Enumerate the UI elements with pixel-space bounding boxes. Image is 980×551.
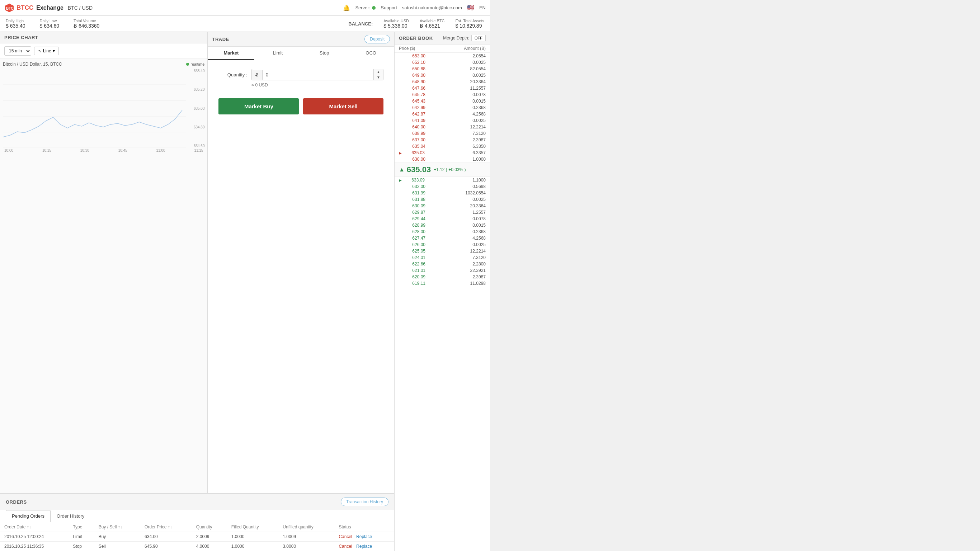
- buy-order-row: 622.66 2.2800: [395, 261, 490, 267]
- order-filled: 1.0000: [227, 541, 279, 551]
- buy-order-row: 621.01 22.3921: [395, 267, 490, 274]
- bell-icon[interactable]: 🔔: [343, 4, 350, 11]
- sell-amount: 82.0554: [425, 66, 486, 72]
- order-date: 2016.10.25 11:36:35: [0, 541, 68, 551]
- market-sell-button[interactable]: Market Sell: [303, 98, 383, 115]
- tab-stop[interactable]: Stop: [301, 47, 348, 60]
- market-buy-button[interactable]: Market Buy: [218, 98, 299, 115]
- order-side: Sell: [94, 541, 140, 551]
- current-price-row: ▲ 635.03 +1.12 ( +0.03% ): [395, 162, 490, 177]
- buy-arrow-icon: ▶: [399, 178, 402, 182]
- table-row: 2016.10.25 12:00:24 Limit Buy 634.00 2.0…: [0, 532, 394, 541]
- est-assets: Est. Total Assets $ 10,829.89: [455, 19, 484, 29]
- chart-pair-label[interactable]: Bitcoin / USD Dollar, 15, BTCC: [3, 62, 62, 67]
- trade-title: TRADE: [212, 37, 229, 42]
- chart-type-label: Line: [43, 48, 51, 53]
- lang-selector[interactable]: EN: [479, 5, 486, 10]
- realtime-badge: realtime: [186, 62, 204, 66]
- qty-up-arrow[interactable]: ▲: [374, 69, 383, 75]
- sell-price: 645.78: [404, 92, 425, 97]
- daily-low: Daily Low $ 634.60: [40, 19, 60, 29]
- support-button[interactable]: Support: [380, 5, 397, 10]
- buy-amount: 12.2214: [425, 248, 486, 253]
- sell-price: 649.00: [404, 73, 425, 78]
- sell-amount: 12.2214: [425, 124, 486, 129]
- available-usd-value: $ 5,336.00: [383, 23, 409, 29]
- buy-order-row: 620.09 2.3987: [395, 274, 490, 280]
- buy-amount: 2.2800: [425, 261, 486, 266]
- order-type: Stop: [68, 541, 94, 551]
- tab-market[interactable]: Market: [208, 47, 255, 60]
- sell-order-row: 641.09 0.0025: [395, 117, 490, 124]
- btcc-logo-icon: BTCC: [4, 3, 14, 13]
- merge-off-button[interactable]: OFF: [471, 35, 486, 41]
- ob-column-headers: Price ($) Amount (Ƀ): [395, 45, 490, 53]
- quantity-input[interactable]: [262, 70, 374, 80]
- sell-amount: 0.2368: [425, 105, 486, 110]
- tab-oco[interactable]: OCO: [348, 47, 394, 60]
- buy-amount: 2.3987: [425, 274, 486, 279]
- order-status: Cancel Replace: [334, 541, 394, 551]
- sell-price: 641.09: [404, 118, 425, 123]
- sell-amount: 1.0000: [425, 157, 486, 162]
- sell-price: 642.87: [404, 111, 425, 116]
- total-volume-label: Total Volume: [73, 19, 99, 23]
- realtime-label: realtime: [191, 62, 204, 66]
- buy-order-row: 629.87 1.2557: [395, 209, 490, 216]
- sell-order-row: 647.66 11.2557: [395, 85, 490, 91]
- sell-amount: 4.2568: [425, 111, 486, 116]
- exchange-label: Exchange: [36, 5, 64, 11]
- qty-down-arrow[interactable]: ▼: [374, 75, 383, 80]
- buy-order-row: 628.00 0.2368: [395, 229, 490, 235]
- sell-amount: 0.0025: [425, 60, 486, 65]
- order-unfilled: 1.0009: [278, 532, 334, 541]
- daily-high-label: Daily High: [6, 19, 25, 23]
- merge-depth-label: Merge Depth:: [443, 35, 469, 41]
- buy-order-row: 630.09 20.3364: [395, 203, 490, 209]
- orders-header-row: Order Date ↑↓ Type Buy / Sell ↑↓ Order P…: [0, 522, 394, 532]
- sell-order-row: 649.00 0.0025: [395, 72, 490, 78]
- price-chart-title: PRICE CHART: [4, 35, 38, 40]
- daily-low-value: $ 634.60: [40, 23, 60, 29]
- tab-limit[interactable]: Limit: [255, 47, 301, 60]
- order-quantity: 4.0000: [192, 541, 227, 551]
- server-label: Server:: [355, 5, 370, 10]
- chart-x-axis: 10:00 10:15 10:30 10:45 11:00 11:15: [3, 148, 204, 153]
- deposit-button[interactable]: Deposit: [364, 35, 390, 43]
- replace-button[interactable]: Replace: [356, 534, 372, 539]
- user-email[interactable]: satoshi.nakamoto@btcc.com: [402, 5, 462, 10]
- sell-amount: 7.3120: [425, 131, 486, 136]
- interval-selector[interactable]: 15 min: [4, 46, 31, 56]
- orders-table-head: Order Date ↑↓ Type Buy / Sell ↑↓ Order P…: [0, 522, 394, 532]
- sell-price: 642.99: [404, 105, 425, 110]
- sell-arrow-icon: ▶: [399, 151, 402, 155]
- price-chart-svg: [3, 69, 186, 148]
- buy-price: 619.11: [404, 281, 425, 286]
- sell-price: 638.99: [404, 131, 425, 136]
- tab-pending-orders[interactable]: Pending Orders: [6, 510, 51, 522]
- chart-area: Bitcoin / USD Dollar, 15, BTCC realtime: [0, 59, 207, 493]
- ob-amount-col: Amount (Ƀ): [464, 46, 486, 51]
- transaction-history-button[interactable]: Transaction History: [341, 498, 388, 506]
- buy-price: 633.09: [403, 178, 425, 183]
- sell-price: 635.03: [403, 150, 425, 155]
- trade-header: TRADE Deposit: [208, 32, 394, 47]
- trade-buttons: Market Buy Market Sell: [218, 98, 383, 115]
- trade-panel: TRADE Deposit Market Limit Stop OCO Quan…: [208, 32, 394, 493]
- trade-tabs: Market Limit Stop OCO: [208, 47, 394, 60]
- daily-low-label: Daily Low: [40, 19, 60, 23]
- tab-order-history[interactable]: Order History: [51, 510, 91, 522]
- cancel-button[interactable]: Cancel: [339, 534, 352, 539]
- up-arrow-icon: ▲: [399, 166, 405, 173]
- buy-amount: 20.3364: [425, 204, 486, 209]
- buy-amount: 7.3120: [425, 255, 486, 260]
- col-type: Type: [68, 522, 94, 532]
- sell-price: 650.88: [404, 66, 425, 72]
- chart-type-button[interactable]: ∿ Line ▾: [34, 47, 59, 55]
- trade-form: Quantity : Ƀ ▲ ▼ ≈ 0 USD Market Buy: [208, 60, 394, 493]
- buy-amount: 1.2557: [425, 210, 486, 215]
- replace-button[interactable]: Replace: [356, 544, 372, 549]
- order-book-scroll[interactable]: 653.00 2.0554 652.10 0.0025 650.88 82.05…: [395, 53, 490, 551]
- left-mid-panel: PRICE CHART 15 min ∿ Line ▾ Bitcoin / US…: [0, 32, 395, 551]
- cancel-button[interactable]: Cancel: [339, 544, 352, 549]
